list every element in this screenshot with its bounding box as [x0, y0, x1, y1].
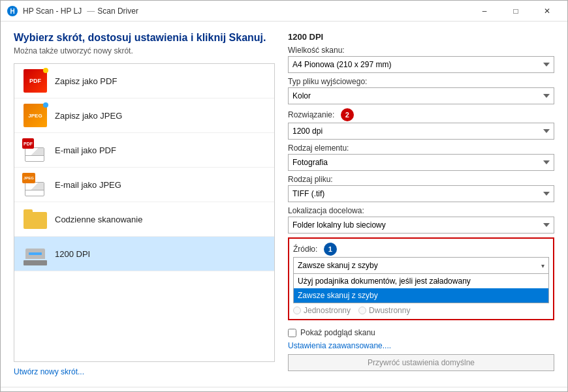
source-selected-value: Zawsze skanuj z szyby: [298, 261, 378, 270]
resolution-select-wrapper: 1200 dpi: [288, 123, 554, 140]
element-type-label: Rodzaj elementu:: [288, 143, 554, 153]
minimize-button[interactable]: –: [469, 1, 499, 22]
scanner-icon: [22, 242, 48, 265]
folder-icon: [22, 207, 48, 231]
file-type-select[interactable]: Kolor: [288, 87, 554, 104]
shortcut-label-daily-scan: Codzienne skanowanie: [55, 215, 142, 224]
create-shortcut-link[interactable]: Utwórz nowy skrót...: [14, 367, 275, 376]
title-separator: —: [87, 7, 95, 16]
scan-size-select[interactable]: A4 Pionowa (210 x 297 mm): [288, 56, 554, 73]
restore-button[interactable]: Przywróć ustawienia domyślne: [288, 354, 554, 371]
scan-size-label: Wielkość skanu:: [288, 46, 554, 55]
jpeg-icon: JPEG: [22, 104, 48, 127]
shortcut-label-save-pdf: Zapisz jako PDF: [55, 76, 117, 86]
destination-label: Lokalizacja docelowa:: [288, 206, 554, 215]
shortcut-label-save-jpeg: Zapisz jako JPEG: [55, 111, 122, 121]
file-kind-select-wrapper: TIFF (.tif): [288, 185, 554, 202]
element-type-select[interactable]: Fotografia: [288, 154, 554, 171]
shortcut-item-save-pdf[interactable]: PDF Zapisz jako PDF: [14, 64, 274, 98]
maximize-button[interactable]: □: [501, 1, 531, 22]
app-name: HP Scan - HP LJ: [23, 7, 82, 16]
file-kind-label: Rodzaj pliku:: [288, 175, 554, 184]
source-option-1[interactable]: Użyj podajnika dokumentów, jeśli jest za…: [294, 274, 548, 288]
shortcut-label-1200dpi: 1200 DPI: [55, 249, 90, 259]
two-sided-label: Dwustronny: [358, 306, 410, 315]
file-kind-group: Rodzaj pliku: TIFF (.tif): [288, 175, 554, 202]
element-type-group: Rodzaj elementu: Fotografia: [288, 143, 554, 171]
file-kind-select[interactable]: TIFF (.tif): [288, 185, 554, 202]
shortcut-label-email-pdf: E-mail jako PDF: [55, 145, 116, 155]
resolution-label: Rozwiązanie: 2: [288, 108, 554, 121]
app-icon: H: [6, 5, 19, 18]
svg-text:H: H: [10, 8, 14, 15]
shortcut-item-1200dpi[interactable]: 1200 DPI: [14, 237, 274, 271]
shortcut-item-save-jpeg[interactable]: JPEG Zapisz jako JPEG: [14, 98, 274, 133]
source-option-2[interactable]: Zawsze skanuj z szyby: [294, 288, 548, 303]
shortcut-item-email-jpeg[interactable]: JPEG E-mail jako JPEG: [14, 168, 274, 202]
destination-select-wrapper: Folder lokalny lub sieciowy: [288, 217, 554, 234]
preview-label: Pokaż podgląd skanu: [300, 328, 375, 337]
shortcut-item-email-pdf[interactable]: PDF E-mail jako PDF: [14, 133, 274, 168]
one-sided-label: Jednostronny: [293, 306, 351, 315]
shortcuts-list: PDF Zapisz jako PDF JPEG Zapisz jako JPE…: [14, 63, 275, 362]
email-jpeg-icon: JPEG: [22, 173, 48, 196]
destination-select[interactable]: Folder lokalny lub sieciowy: [288, 217, 554, 234]
element-type-select-wrapper: Fotografia: [288, 154, 554, 171]
scan-side-group: Jednostronny Dwustronny: [293, 306, 549, 315]
title-bar: H HP Scan - HP LJ — Scan Driver – □ ✕: [1, 1, 567, 22]
right-panel: 1200 DPI Wielkość skanu: A4 Pionowa (210…: [288, 32, 554, 376]
source-chevron-icon: ▾: [541, 262, 544, 269]
file-type-label: Typ pliku wyjściowego:: [288, 77, 554, 86]
pdf-icon: PDF: [22, 69, 48, 93]
settings-section-label: 1200 DPI: [288, 32, 554, 42]
resolution-select[interactable]: 1200 dpi: [288, 123, 554, 140]
source-label: Źródło: 1: [293, 243, 549, 256]
app-window: H HP Scan - HP LJ — Scan Driver – □ ✕ Wy…: [0, 0, 568, 392]
main-content: Wybierz skrót, dostosuj ustawienia i kli…: [1, 22, 567, 387]
resolution-group: Rozwiązanie: 2 1200 dpi: [288, 108, 554, 140]
email-pdf-icon: PDF: [22, 138, 48, 162]
scan-size-select-wrapper: A4 Pionowa (210 x 297 mm): [288, 56, 554, 73]
source-group: Źródło: 1 Zawsze skanuj z szyby ▾ Użyj p…: [288, 237, 554, 320]
close-button[interactable]: ✕: [532, 1, 562, 22]
scan-size-group: Wielkość skanu: A4 Pionowa (210 x 297 mm…: [288, 46, 554, 73]
preview-row: Pokaż podgląd skanu: [288, 328, 554, 337]
page-title: Wybierz skrót, dostosuj ustawienia i kli…: [14, 32, 275, 44]
one-sided-radio[interactable]: [293, 307, 301, 314]
file-type-group: Typ pliku wyjściowego: Kolor: [288, 77, 554, 104]
file-type-select-wrapper: Kolor: [288, 87, 554, 104]
destination-group: Lokalizacja docelowa: Folder lokalny lub…: [288, 206, 554, 234]
doc-title: Scan Driver: [97, 7, 469, 16]
bottom-bar: Skanuj Anuluj: [1, 387, 567, 392]
badge-2: 2: [341, 108, 354, 121]
two-sided-radio[interactable]: [358, 307, 366, 314]
advanced-settings-link[interactable]: Ustawienia zaawansowane....: [288, 341, 554, 350]
page-subtitle: Można także utworzyć nowy skrót.: [14, 46, 275, 55]
shortcut-label-email-jpeg: E-mail jako JPEG: [55, 180, 121, 190]
preview-checkbox[interactable]: [288, 329, 296, 337]
badge-1: 1: [324, 243, 337, 256]
source-dropdown-list: Użyj podajnika dokumentów, jeśli jest za…: [293, 274, 549, 303]
window-controls: – □ ✕: [469, 1, 562, 22]
left-panel: Wybierz skrót, dostosuj ustawienia i kli…: [14, 32, 275, 376]
shortcut-item-daily-scan[interactable]: Codzienne skanowanie: [14, 202, 274, 237]
source-dropdown-trigger[interactable]: Zawsze skanuj z szyby ▾: [293, 257, 549, 274]
